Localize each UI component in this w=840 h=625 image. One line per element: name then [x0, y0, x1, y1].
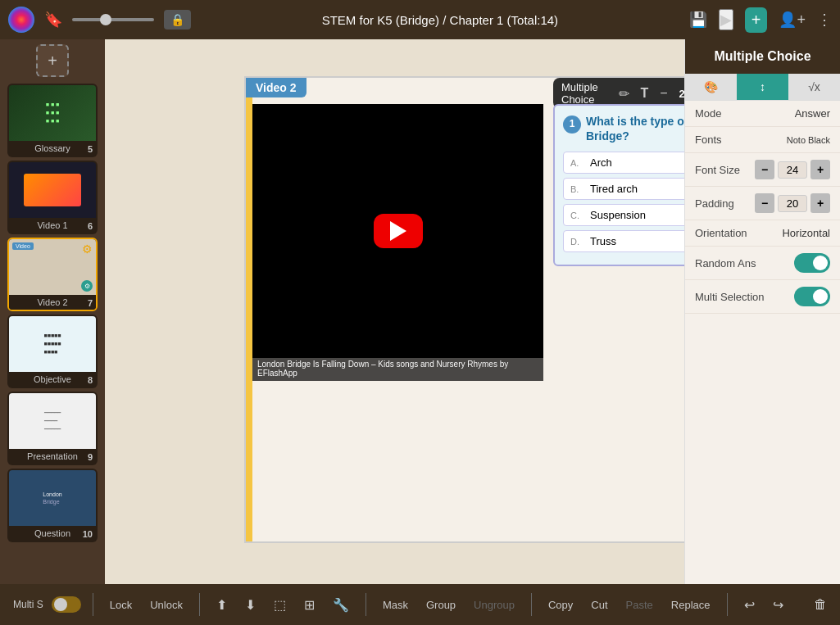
- slide-label-6: Video 1: [9, 218, 96, 233]
- crop-button[interactable]: ⬚: [269, 596, 291, 614]
- mc-pencil-button[interactable]: ✏: [615, 84, 633, 103]
- mc-letter-c: C.: [570, 211, 583, 220]
- mc-option-d[interactable]: D. Truss ✓: [563, 230, 684, 252]
- panel-tab-layout[interactable]: ↕: [737, 74, 788, 100]
- multi-toggle[interactable]: [52, 596, 81, 613]
- random-ans-label: Random Ans: [695, 257, 794, 269]
- export-button[interactable]: ⬇: [240, 596, 261, 614]
- panel-row-random-ans: Random Ans: [685, 247, 840, 280]
- paste-button[interactable]: Paste: [621, 596, 658, 614]
- sidebar-item-question[interactable]: LondonBridge 10 Question: [7, 469, 98, 542]
- yellow-bar: [246, 78, 252, 541]
- panel-tab-formula[interactable]: √x: [788, 74, 840, 100]
- panel-row-multi-selection: Multi Selection: [685, 280, 840, 314]
- panel-row-orientation: Orientation Horizontal: [685, 220, 840, 247]
- random-ans-toggle[interactable]: [794, 253, 830, 273]
- app-logo: [8, 7, 34, 33]
- padding-plus-button[interactable]: +: [810, 193, 830, 213]
- delete-button[interactable]: 🗑: [814, 597, 827, 612]
- sidebar-item-glossary[interactable]: ■ ■ ■■ ■ ■■ ■ ■ 5 Glossary: [7, 84, 98, 157]
- panel-tabs: 🎨 ↕ √x: [685, 74, 840, 101]
- slide-thumb-5: ■ ■ ■■ ■ ■■ ■ ■: [9, 85, 96, 141]
- slide-num-9: 9: [88, 452, 93, 462]
- slide-num-6: 6: [88, 221, 93, 231]
- slide-frame: Video 2 London Bridge Is Falling Down – …: [244, 76, 684, 543]
- sep-4: [531, 593, 532, 616]
- video-frame[interactable]: [252, 104, 543, 358]
- add-button[interactable]: +: [745, 7, 768, 33]
- video-play-button[interactable]: [374, 214, 423, 248]
- slide-label-5: Glossary: [9, 141, 96, 156]
- mc-question-box[interactable]: 1 What is the type of London Bridge? A. …: [553, 104, 684, 266]
- fontsize-controls: − 24 +: [755, 160, 830, 179]
- panel-row-fontsize: Font Size − 24 +: [685, 153, 840, 187]
- mc-question-text: 1 What is the type of London Bridge?: [563, 114, 684, 143]
- sidebar-item-objective[interactable]: ■■■■■■■■■■■■■■ 8 Objective: [7, 315, 98, 388]
- sidebar-item-video2[interactable]: Video ⚙ 7 ⚙ Video 2: [7, 238, 98, 311]
- slide-label-7: Video 2: [9, 295, 96, 310]
- mc-toolbar-label: Multiple Choice: [561, 81, 611, 106]
- mask-button[interactable]: Mask: [378, 596, 413, 614]
- panel-title: Multiple Choice: [685, 39, 840, 74]
- slide-num-5: 5: [88, 144, 93, 154]
- mode-label: Mode: [695, 107, 795, 120]
- panel-row-mode: Mode Answer: [685, 101, 840, 127]
- undo-button[interactable]: ↩: [739, 596, 760, 614]
- replace-button[interactable]: Replace: [666, 596, 715, 614]
- mc-bold-button[interactable]: T: [638, 84, 652, 102]
- mc-option-b[interactable]: B. Tired arch ✓: [563, 178, 684, 200]
- canvas-area: Video 2 London Bridge Is Falling Down – …: [105, 39, 684, 584]
- mc-options-list: A. Arch ✓ B. Tired arch ✓ C. Suspension …: [563, 152, 684, 252]
- mc-option-c[interactable]: C. Suspension ✓: [563, 204, 684, 226]
- slide-thumb-10: LondonBridge: [9, 470, 96, 526]
- sep-5: [727, 593, 728, 616]
- play-button[interactable]: ▶: [719, 9, 733, 30]
- lock-button[interactable]: Lock: [105, 596, 137, 614]
- slide-num-7: 7: [88, 298, 93, 308]
- topbar-right: 💾 ▶ + 👤+ ⋮: [689, 7, 832, 33]
- mode-value: Answer: [795, 107, 830, 120]
- mc-text-b: Tired arch: [590, 183, 684, 195]
- cut-button[interactable]: Cut: [586, 596, 612, 614]
- fontsize-minus-button[interactable]: −: [755, 160, 774, 179]
- slide-thumb-8: ■■■■■■■■■■■■■■: [9, 316, 96, 372]
- sidebar-item-video1[interactable]: 6 Video 1: [7, 161, 98, 234]
- panel-tab-style[interactable]: 🎨: [685, 74, 737, 100]
- multi-selection-label: Multi Selection: [695, 291, 794, 303]
- zoom-slider[interactable]: [72, 18, 154, 21]
- sidebar: + ■ ■ ■■ ■ ■■ ■ ■ 5 Glossary 6 Video 1 V…: [0, 39, 105, 584]
- topbar: 🔖 🔒 STEM for K5 (Bridge) / Chapter 1 (To…: [0, 0, 840, 39]
- mc-letter-d: D.: [570, 237, 583, 247]
- bottombar: Multi S Lock Unlock ⬆ ⬇ ⬚ ⊞ 🔧 Mask Group…: [0, 584, 840, 625]
- user-icon[interactable]: 👤+: [779, 11, 806, 29]
- mc-letter-b: B.: [570, 184, 583, 194]
- mc-option-a[interactable]: A. Arch ✓: [563, 152, 684, 174]
- group-button[interactable]: Group: [421, 596, 461, 614]
- more-menu-button[interactable]: ⋮: [817, 11, 832, 29]
- mc-question-num: 1: [563, 115, 581, 134]
- multi-selection-toggle[interactable]: [794, 287, 830, 306]
- slide-num-10: 10: [83, 529, 93, 539]
- lock-icon[interactable]: 🔒: [164, 10, 191, 29]
- add-slide-button[interactable]: +: [36, 44, 69, 77]
- mc-text-c: Suspension: [590, 209, 684, 221]
- sidebar-item-presentation[interactable]: ━━━━━━━━━━━━━━ 9 Presentation: [7, 392, 98, 465]
- wrench-button[interactable]: 🔧: [328, 596, 354, 614]
- fontsize-plus-button[interactable]: +: [810, 160, 830, 179]
- unlock-button[interactable]: Unlock: [145, 596, 188, 614]
- zoom-slider-container: [72, 18, 154, 21]
- redo-button[interactable]: ↪: [768, 596, 788, 614]
- mc-minus-button[interactable]: −: [656, 84, 670, 102]
- panel-row-padding: Padding − 20 +: [685, 187, 840, 220]
- fit-button[interactable]: ⊞: [299, 596, 320, 614]
- import-button[interactable]: ⬆: [211, 596, 232, 614]
- save-button[interactable]: 💾: [689, 11, 707, 29]
- page-title: STEM for K5 (Bridge) / Chapter 1 (Total:…: [201, 13, 679, 27]
- bookmark-icon[interactable]: 🔖: [44, 11, 62, 29]
- padding-minus-button[interactable]: −: [755, 193, 774, 213]
- multi-label: Multi S: [13, 599, 43, 610]
- padding-controls: − 20 +: [755, 193, 830, 213]
- copy-button[interactable]: Copy: [543, 596, 578, 614]
- panel-row-fonts: Fonts Noto Black: [685, 127, 840, 153]
- ungroup-button[interactable]: Ungroup: [469, 596, 520, 614]
